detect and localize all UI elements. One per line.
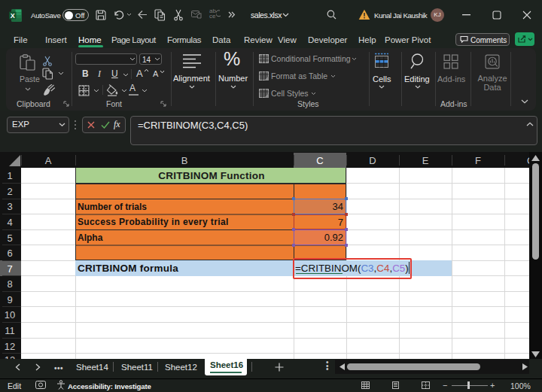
svg-text:X: X xyxy=(11,12,15,20)
